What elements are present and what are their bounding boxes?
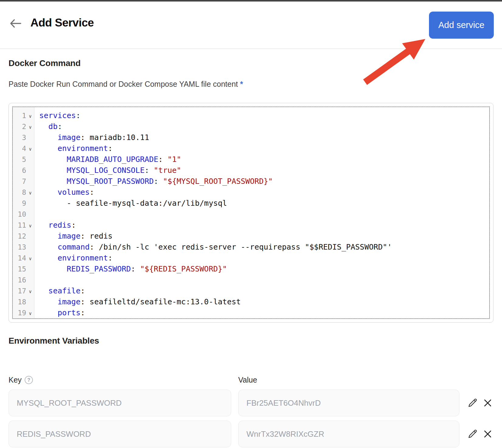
back-button[interactable]	[9, 17, 23, 30]
pencil-icon	[467, 428, 478, 441]
x-icon	[483, 429, 493, 440]
env-variable-row	[0, 390, 502, 416]
code-text: volumes:	[34, 187, 94, 198]
code-line: 5 MARIADB_AUTO_UPGRADE: "1"	[13, 154, 489, 165]
code-text	[34, 209, 39, 220]
code-text: environment:	[34, 143, 113, 154]
code-text: MARIADB_AUTO_UPGRADE: "1"	[34, 154, 181, 165]
code-line: 18 image: seafileltd/seafile-mc:13.0-lat…	[13, 296, 489, 307]
code-line: 15 REDIS_PASSWORD: "${REDIS_PASSWORD}"	[13, 264, 489, 275]
chevron-down-icon[interactable]: ∨	[26, 307, 34, 318]
code-text	[34, 275, 39, 285]
line-number: 2	[13, 121, 26, 132]
env-value-input[interactable]	[238, 390, 459, 416]
x-icon	[483, 398, 493, 409]
line-number: 14	[13, 253, 26, 264]
code-line: 16	[13, 275, 489, 285]
paste-command-label-text: Paste Docker Run Command or Docker Compo…	[9, 80, 238, 88]
code-text: seafile:	[34, 285, 85, 296]
red-arrow	[347, 33, 429, 91]
chevron-down-icon[interactable]: ∨	[26, 253, 34, 264]
value-label-text: Value	[238, 376, 257, 384]
line-number: 13	[13, 242, 26, 253]
env-variable-rows	[0, 390, 502, 448]
line-number: 3	[13, 132, 26, 143]
question-circle-icon[interactable]: ?	[25, 376, 33, 384]
red-arrow-shape	[363, 39, 425, 85]
chevron-down-icon	[26, 132, 34, 143]
page-title: Add Service	[30, 16, 94, 29]
chevron-down-icon[interactable]: ∨	[26, 220, 34, 231]
code-line: 9 - seafile-mysql-data:/var/lib/mysql	[13, 198, 489, 209]
environment-variables-heading: Environment Variables	[9, 336, 99, 346]
code-line: 4∨ environment:	[13, 143, 489, 154]
chevron-down-icon	[26, 209, 34, 220]
code-text: MYSQL_ROOT_PASSWORD: "${MYSQL_ROOT_PASSW…	[34, 176, 273, 187]
required-asterisk: *	[240, 80, 243, 88]
line-number: 1	[13, 110, 26, 121]
value-column-label: Value	[238, 376, 257, 384]
env-variable-row	[0, 421, 502, 447]
code-text: db:	[34, 121, 62, 132]
chevron-down-icon	[26, 154, 34, 165]
line-number: 11	[13, 220, 26, 231]
code-text: environment:	[34, 253, 113, 264]
key-label-text: Key	[9, 376, 22, 384]
window-top-bar	[0, 0, 502, 2]
key-column-label: Key ?	[9, 376, 33, 384]
remove-variable-button[interactable]	[481, 428, 494, 441]
paste-command-label: Paste Docker Run Command or Docker Compo…	[9, 80, 243, 89]
line-number: 17	[13, 285, 26, 296]
env-value-input[interactable]	[238, 421, 459, 447]
code-line: 14∨ environment:	[13, 253, 489, 264]
pencil-icon	[467, 397, 478, 410]
chevron-down-icon	[26, 264, 34, 275]
code-text: MYSQL_LOG_CONSOLE: "true"	[34, 165, 181, 176]
env-key-input[interactable]	[9, 390, 231, 416]
docker-command-heading: Docker Command	[9, 58, 81, 68]
editor-inner[interactable]: 1∨services:2∨ db:3 image: mariadb:10.114…	[12, 107, 490, 319]
chevron-down-icon	[26, 198, 34, 209]
code-text: services:	[34, 110, 80, 121]
code-line: 10	[13, 209, 489, 220]
code-text: image: redis	[34, 231, 113, 242]
code-text: redis:	[34, 220, 76, 231]
line-number: 12	[13, 231, 26, 242]
line-number: 7	[13, 176, 26, 187]
code-text: REDIS_PASSWORD: "${REDIS_PASSWORD}"	[34, 264, 227, 275]
line-number: 18	[13, 296, 26, 307]
env-key-input[interactable]	[9, 421, 231, 447]
code-line: 7 MYSQL_ROOT_PASSWORD: "${MYSQL_ROOT_PAS…	[13, 176, 489, 187]
header-divider	[0, 48, 502, 49]
chevron-down-icon[interactable]: ∨	[26, 285, 34, 296]
line-number: 19	[13, 307, 26, 318]
code-text: ports:	[34, 307, 85, 318]
code-line: 17∨ seafile:	[13, 285, 489, 296]
edit-value-button[interactable]	[466, 397, 479, 410]
line-number: 16	[13, 275, 26, 285]
code-line: 11∨ redis:	[13, 220, 489, 231]
chevron-down-icon[interactable]: ∨	[26, 110, 34, 121]
code-line: 13 command: /bin/sh -lc 'exec redis-serv…	[13, 242, 489, 253]
code-lines: 1∨services:2∨ db:3 image: mariadb:10.114…	[13, 107, 489, 318]
edit-value-button[interactable]	[466, 428, 479, 441]
docker-compose-editor[interactable]: 1∨services:2∨ db:3 image: mariadb:10.114…	[9, 103, 493, 323]
code-text: - seafile-mysql-data:/var/lib/mysql	[34, 198, 227, 209]
chevron-down-icon[interactable]: ∨	[26, 143, 34, 154]
chevron-down-icon	[26, 296, 34, 307]
code-line: 6 MYSQL_LOG_CONSOLE: "true"	[13, 165, 489, 176]
line-number: 4	[13, 143, 26, 154]
add-service-button[interactable]: Add service	[429, 12, 494, 39]
code-line: 1∨services:	[13, 110, 489, 121]
remove-variable-button[interactable]	[481, 397, 494, 410]
line-number: 10	[13, 209, 26, 220]
code-text: command: /bin/sh -lc 'exec redis-server …	[34, 242, 392, 253]
chevron-down-icon[interactable]: ∨	[26, 121, 34, 132]
code-text: image: seafileltd/seafile-mc:13.0-latest	[34, 296, 241, 307]
code-line: 2∨ db:	[13, 121, 489, 132]
chevron-down-icon	[26, 165, 34, 176]
chevron-down-icon	[26, 231, 34, 242]
code-line: 8∨ volumes:	[13, 187, 489, 198]
chevron-down-icon[interactable]: ∨	[26, 187, 34, 198]
line-number: 15	[13, 264, 26, 275]
